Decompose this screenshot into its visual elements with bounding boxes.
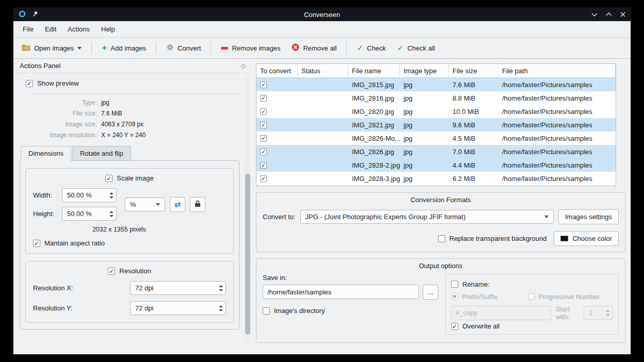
table-row[interactable]: IMG_2828-2.jpgjpg4.4 MiB/home/faster/Pic… <box>256 158 616 172</box>
maintain-aspect-label: Mantain aspect ratio <box>44 239 105 247</box>
choose-color-label: Choose color <box>572 235 612 242</box>
remove-images-label: Remove images <box>232 44 280 52</box>
choose-color-button[interactable]: Choose color <box>554 231 619 246</box>
float-panel-icon[interactable]: ◇ <box>241 62 246 70</box>
column-header-file-path[interactable]: File path <box>498 64 616 77</box>
resolution-y-spinbox[interactable]: 72 dpi <box>130 301 226 315</box>
close-button[interactable] <box>620 12 625 17</box>
overwrite-all-label: Overwrite all <box>462 322 500 330</box>
height-label: Height: <box>33 210 57 218</box>
table-cell-to-convert <box>256 175 298 182</box>
column-header-file-size[interactable]: File size <box>449 64 498 77</box>
reset-size-button[interactable]: ⇄ <box>170 197 185 212</box>
table-row[interactable]: IMG_2815.jpgjpg7.6 MiB/home/faster/Pictu… <box>256 78 616 91</box>
column-header-image-type[interactable]: Image type <box>400 64 449 77</box>
table-cell-to-convert <box>256 95 298 102</box>
add-images-button[interactable]: + Add images <box>96 41 151 55</box>
pin-icon[interactable] <box>32 11 38 19</box>
resolution-checkbox[interactable] <box>108 268 115 275</box>
progressive-number-label: Progressive Number <box>539 293 600 301</box>
save-in-input[interactable] <box>263 285 419 299</box>
replace-transparent-checkbox[interactable] <box>438 235 445 242</box>
width-value: 50.00 % <box>67 191 92 199</box>
table-cell: /home/faster/Pictures/samples <box>498 108 616 116</box>
row-convert-checkbox[interactable] <box>260 175 267 182</box>
maximize-button[interactable] <box>606 12 612 17</box>
replace-transparent-label: Replace transparent background <box>449 235 547 242</box>
check-label: Check <box>367 44 386 52</box>
tab-rotate-and-flip[interactable]: Rotate and flip <box>72 146 131 160</box>
table-row[interactable]: IMG_2826.jpgjpg7.0 MiB/home/faster/Pictu… <box>256 145 616 158</box>
toolbar-separator <box>346 42 347 54</box>
overwrite-all-checkbox[interactable] <box>451 323 458 330</box>
row-convert-checkbox[interactable] <box>260 95 267 102</box>
width-spinbox[interactable]: 50.00 % <box>62 188 117 202</box>
open-folder-icon <box>22 44 30 53</box>
show-preview-checkbox[interactable] <box>26 80 33 87</box>
maintain-aspect-checkbox[interactable] <box>33 240 40 247</box>
table-cell: /home/faster/Pictures/samples <box>498 175 616 183</box>
table-row[interactable]: IMG_2826-Mo...jpg4.5 MiB/home/faster/Pic… <box>256 131 616 145</box>
column-header-status[interactable]: Status <box>298 64 348 77</box>
column-header-to-convert[interactable]: To convert <box>256 64 298 77</box>
menu-file[interactable]: File <box>18 23 39 36</box>
open-images-button[interactable]: Open images <box>17 41 87 56</box>
titlebar[interactable]: Converseen <box>13 8 631 21</box>
spinner-arrows-icon[interactable] <box>216 285 226 291</box>
resolution-x-spinbox[interactable]: 72 dpi <box>130 281 226 295</box>
browse-button[interactable]: ... <box>423 285 438 300</box>
start-with-spinbox[interactable]: 1 <box>584 306 613 320</box>
images-settings-button[interactable]: Images settings <box>558 209 619 224</box>
table-row[interactable]: IMG_2816.jpgjpg8.8 MiB/home/faster/Pictu… <box>256 91 616 105</box>
row-convert-checkbox[interactable] <box>260 81 267 88</box>
file-table: To convert Status File name Image type F… <box>256 63 616 186</box>
rename-pattern-input[interactable] <box>451 306 551 320</box>
table-cell: jpg <box>400 161 449 169</box>
panel-scrollbar[interactable] <box>245 76 250 340</box>
remove-images-button[interactable]: Remove images <box>216 41 285 55</box>
splitter-handle[interactable] <box>252 59 256 342</box>
spinner-arrows-icon[interactable] <box>107 192 116 199</box>
table-cell: 4.5 MiB <box>449 135 498 142</box>
row-convert-checkbox[interactable] <box>260 135 267 142</box>
remove-all-button[interactable]: Remove all <box>286 40 342 56</box>
prefix-suffix-radio[interactable] <box>451 293 458 300</box>
menubar: File Edit Actions Help <box>13 21 631 37</box>
row-convert-checkbox[interactable] <box>260 122 267 128</box>
convert-button[interactable]: Convert <box>161 40 206 56</box>
row-convert-checkbox[interactable] <box>260 162 267 169</box>
table-row[interactable]: IMG_2828-3.jpgjpg6.2 MiB/home/faster/Pic… <box>256 172 616 185</box>
minimize-button[interactable] <box>591 12 598 17</box>
table-cell: 10.0 MiB <box>449 108 498 116</box>
conversion-formats-group: Conversion Formats Convert to: JPG - (Jo… <box>256 192 625 252</box>
menu-help[interactable]: Help <box>96 23 120 36</box>
menu-actions[interactable]: Actions <box>62 23 95 36</box>
spinner-arrows-icon[interactable] <box>603 310 613 316</box>
tab-dimensions[interactable]: Dimensions <box>21 146 71 161</box>
spinner-arrows-icon[interactable] <box>216 305 226 311</box>
menu-edit[interactable]: Edit <box>40 23 61 36</box>
format-combobox[interactable]: JPG - (Joint Photographic Experts Group … <box>300 210 554 224</box>
scale-image-checkbox[interactable] <box>105 175 112 182</box>
table-row[interactable]: IMG_2821.jpgjpg9.6 MiB/home/faster/Pictu… <box>256 118 616 131</box>
save-in-label: Save in: <box>263 274 438 282</box>
table-row[interactable]: IMG_2820.jpgjpg10.0 MiB/home/faster/Pict… <box>256 105 616 118</box>
height-spinbox[interactable]: 50.00 % <box>62 207 117 221</box>
column-header-file-name[interactable]: File name <box>348 64 400 77</box>
unit-combobox[interactable]: % <box>125 198 165 211</box>
check-all-button[interactable]: ✓ Check all <box>392 41 440 55</box>
lock-aspect-button[interactable] <box>190 197 205 212</box>
progressive-number-radio[interactable] <box>528 293 535 300</box>
row-convert-checkbox[interactable] <box>260 108 267 115</box>
scrollbar-thumb[interactable] <box>245 174 250 335</box>
row-convert-checkbox[interactable] <box>260 149 267 155</box>
spinner-arrows-icon[interactable] <box>107 211 116 217</box>
conversion-formats-title: Conversion Formats <box>256 193 625 204</box>
output-options-title: Output options <box>256 259 625 270</box>
check-button[interactable]: ✓ Check <box>351 41 391 55</box>
rename-checkbox[interactable] <box>451 281 458 288</box>
table-cell-to-convert <box>256 81 298 88</box>
image-resolution-value: X = 240 Y = 240 <box>101 131 239 139</box>
resolution-x-label: Resolution X: <box>33 284 73 292</box>
images-directory-checkbox[interactable] <box>263 307 270 315</box>
